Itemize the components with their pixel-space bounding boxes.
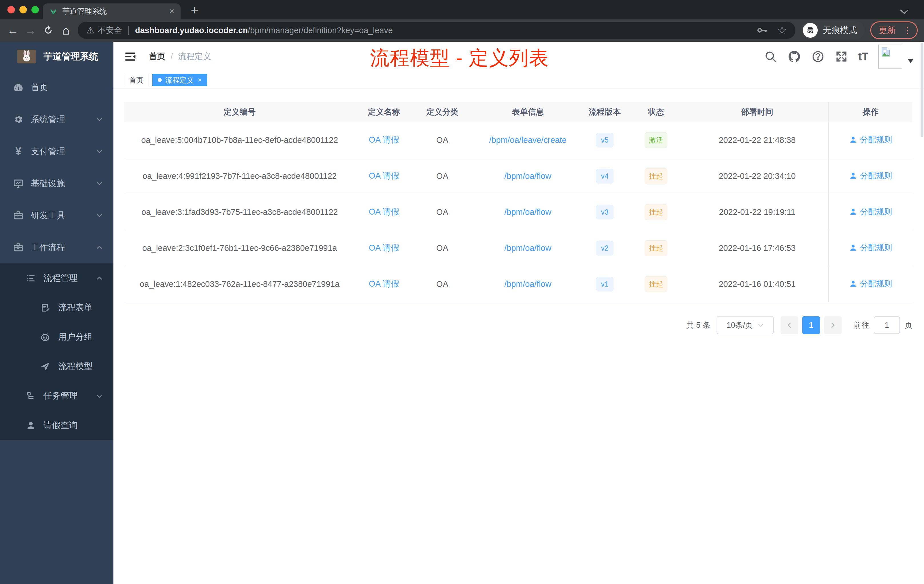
sidebar-item-user[interactable]: 请假查询: [0, 411, 114, 440]
bookmark-star-icon[interactable]: ☆: [777, 25, 787, 36]
update-label: 更新: [879, 25, 896, 36]
forward-button[interactable]: →: [22, 24, 40, 37]
status-badge: 挂起: [645, 204, 667, 220]
sidebar-item-briefcase[interactable]: 工作流程: [0, 231, 114, 264]
definition-name-link[interactable]: OA 请假: [369, 243, 399, 252]
assign-rule-link[interactable]: 分配规则: [849, 242, 892, 253]
version-badge: v2: [596, 241, 613, 256]
tags-bar: 首页 流程定义 ×: [114, 71, 924, 89]
assign-rule-link[interactable]: 分配规则: [849, 206, 892, 217]
zoom-window-button[interactable]: [31, 6, 39, 13]
incognito-icon: [803, 23, 818, 38]
avatar[interactable]: [878, 45, 902, 69]
sidebar-item-list[interactable]: 流程管理: [0, 264, 114, 293]
status-badge: 挂起: [645, 276, 667, 292]
incognito-badge: 无痕模式: [800, 21, 865, 40]
definition-name-link[interactable]: OA 请假: [369, 207, 399, 216]
browser-update-button[interactable]: 更新 ⋮: [870, 21, 918, 39]
sidebar-item-send[interactable]: 流程模型: [0, 352, 114, 381]
page-size-select[interactable]: 10条/页: [716, 316, 774, 334]
form-info-link[interactable]: /bpm/oa/flow: [504, 172, 551, 181]
next-page-button[interactable]: [824, 316, 842, 334]
home-button[interactable]: ⌂: [57, 23, 75, 38]
url-text[interactable]: dashboard.yudao.iocoder.cn/bpm/manager/d…: [135, 26, 747, 35]
github-icon[interactable]: [787, 50, 801, 63]
chevron-down-icon: [96, 148, 103, 155]
sidebar-item-label: 工作流程: [31, 242, 65, 253]
sidebar-item-toolbox[interactable]: 研发工具: [0, 200, 114, 231]
page-number-1[interactable]: 1: [802, 316, 820, 334]
col-actions: 操作: [828, 102, 912, 122]
status-badge: 挂起: [645, 168, 667, 184]
back-button[interactable]: ←: [4, 24, 22, 37]
cell-category: OA: [412, 230, 472, 266]
goto-page-input[interactable]: 1: [874, 316, 900, 334]
definition-name-link[interactable]: OA 请假: [369, 135, 399, 144]
status-badge: 挂起: [645, 240, 667, 256]
sidebar-fold-icon[interactable]: [124, 50, 137, 63]
password-key-icon[interactable]: [756, 24, 769, 36]
browser-tab[interactable]: 芋道管理系统 ×: [43, 3, 181, 19]
sidebar-item-label: 流程表单: [58, 302, 92, 313]
sidebar-item-form[interactable]: 流程表单: [0, 293, 114, 322]
minimize-window-button[interactable]: [20, 6, 27, 13]
table-header-row: 定义编号 定义名称 定义分类 表单信息 流程版本 状态 部署时间 操作: [124, 102, 912, 122]
form-info-link[interactable]: /bpm/oa/flow: [504, 208, 551, 216]
prev-page-button[interactable]: [780, 316, 798, 334]
site-favicon: [49, 7, 58, 15]
form-info-link[interactable]: /bpm/oa/flow: [504, 243, 551, 252]
cell-deploy-time: 2022-01-22 21:48:38: [686, 122, 829, 158]
sidebar-item-gear[interactable]: 系统管理: [0, 104, 114, 135]
search-icon[interactable]: [764, 50, 777, 63]
window-controls[interactable]: [7, 6, 39, 13]
sidebar-item-dashboard[interactable]: 首页: [0, 71, 114, 104]
form-info-link[interactable]: /bpm/oa/flow: [504, 279, 551, 289]
security-label[interactable]: 不安全: [98, 25, 122, 36]
col-status: 状态: [626, 102, 686, 122]
avatar-caret-icon[interactable]: [908, 59, 914, 63]
sidebar-item-label: 基础设施: [31, 178, 65, 190]
fullscreen-icon[interactable]: [835, 50, 848, 63]
assign-rule-link[interactable]: 分配规则: [849, 134, 892, 145]
page-scrollbar[interactable]: [921, 43, 924, 137]
assign-rule-link[interactable]: 分配规则: [849, 278, 892, 289]
font-size-icon[interactable]: tT: [858, 51, 869, 63]
definition-name-link[interactable]: OA 请假: [369, 171, 399, 180]
cell-definition-id: oa_leave:3:1fad3d93-7b75-11ec-a3c8-acde4…: [124, 194, 355, 230]
cell-definition-id: oa_leave:1:482ec033-762a-11ec-8477-a2380…: [124, 266, 355, 302]
table-row: oa_leave:2:3c1f0ef1-76b1-11ec-9c66-a2380…: [124, 230, 912, 266]
sidebar-item-robot[interactable]: 用户分组: [0, 322, 114, 352]
tag-active-process-definition[interactable]: 流程定义 ×: [152, 74, 207, 86]
assign-rule-label: 分配规则: [860, 134, 892, 145]
select-chevron-icon: [757, 322, 764, 328]
sidebar-item-yen[interactable]: ¥ 支付管理: [0, 135, 114, 167]
logo-avatar: [17, 50, 36, 63]
tag-home[interactable]: 首页: [124, 74, 149, 86]
address-bar[interactable]: ⚠ 不安全 dashboard.yudao.iocoder.cn/bpm/man…: [78, 22, 795, 39]
definition-name-link[interactable]: OA 请假: [369, 279, 399, 288]
close-window-button[interactable]: [7, 6, 15, 13]
assign-rule-link[interactable]: 分配规则: [849, 170, 892, 181]
chevron-down-icon: [96, 212, 103, 219]
sidebar-item-label: 支付管理: [31, 146, 65, 157]
sidebar-item-label: 研发工具: [31, 210, 65, 221]
tag-active-dot: [158, 78, 162, 82]
browser-menu-dots-icon[interactable]: ⋮: [903, 25, 912, 35]
help-icon[interactable]: [812, 50, 825, 63]
workflow-submenu: 流程管理 流程表单 用户分组 流程模型 任务管理 请假查询: [0, 264, 114, 440]
new-tab-button[interactable]: +: [191, 2, 198, 18]
table-row: oa_leave:3:1fad3d93-7b75-11ec-a3c8-acde4…: [124, 194, 912, 230]
reload-button[interactable]: [40, 25, 57, 36]
gear-icon: [13, 114, 24, 125]
breadcrumb: 首页 / 流程定义: [149, 51, 211, 62]
tag-close-icon[interactable]: ×: [198, 76, 202, 84]
form-info-link[interactable]: /bpm/oa/leave/create: [489, 135, 567, 145]
app-logo[interactable]: 芋道管理系统: [0, 42, 114, 71]
cell-category: OA: [412, 158, 472, 194]
tab-close-icon[interactable]: ×: [169, 6, 174, 16]
tab-search-chevron-icon[interactable]: [899, 8, 909, 15]
sidebar-item-monitor[interactable]: 基础设施: [0, 167, 114, 200]
sidebar-item-tree[interactable]: 任务管理: [0, 381, 114, 411]
breadcrumb-home[interactable]: 首页: [149, 51, 165, 62]
version-badge: v1: [596, 277, 613, 292]
